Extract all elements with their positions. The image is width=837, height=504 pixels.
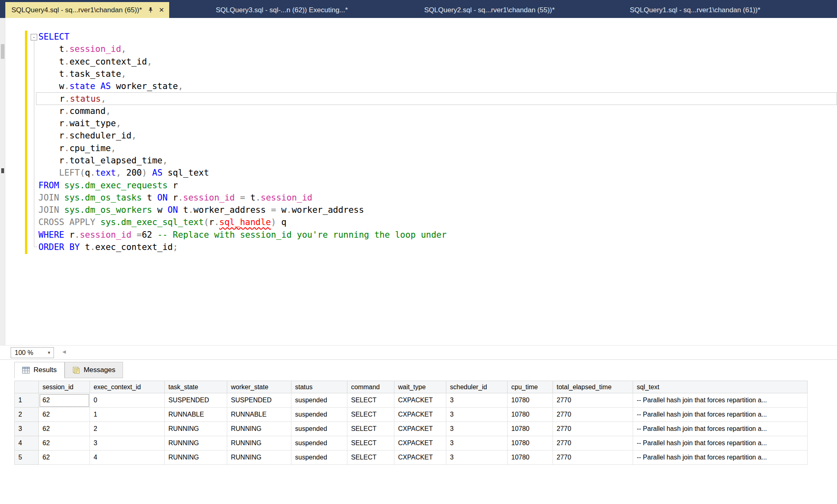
grid-cell[interactable]: CXPACKET — [394, 422, 446, 436]
grid-cell[interactable]: 62 — [39, 408, 90, 422]
grid-cell[interactable]: 0 — [90, 393, 165, 408]
grid-cell[interactable]: 10780 — [508, 422, 553, 436]
grid-cell[interactable]: 62 — [39, 450, 90, 465]
code-line-8[interactable]: r.wait_type, — [36, 117, 837, 129]
tab-sqlquery1[interactable]: SQLQuery1.sql - sq...rver1\chandan (61))… — [630, 2, 760, 18]
grid-cell[interactable]: 3 — [446, 450, 508, 465]
row-number[interactable]: 2 — [15, 408, 39, 422]
grid-cell[interactable]: -- Parallel hash join that forces repart… — [633, 393, 808, 408]
grid-cell[interactable]: SELECT — [347, 436, 394, 450]
grid-cell[interactable]: -- Parallel hash join that forces repart… — [633, 436, 808, 450]
grid-cell[interactable]: 2770 — [553, 436, 633, 450]
code-line-7[interactable]: r.command, — [36, 105, 837, 117]
code-line-13[interactable]: FROM sys.dm_exec_requests r — [36, 179, 837, 192]
code-line-4[interactable]: t.task_state, — [36, 68, 837, 80]
column-header-scheduler_id[interactable]: scheduler_id — [446, 381, 508, 393]
grid-cell[interactable]: suspended — [291, 450, 347, 465]
code-line-6[interactable]: r.status, — [36, 92, 837, 105]
grid-cell[interactable]: suspended — [291, 408, 347, 422]
grid-cell[interactable]: 3 — [446, 436, 508, 450]
column-header-task_state[interactable]: task_state — [165, 381, 227, 393]
close-icon[interactable]: ✕ — [159, 7, 164, 13]
grid-cell[interactable]: 10780 — [508, 393, 553, 408]
grid-cell[interactable]: RUNNABLE — [165, 408, 227, 422]
grid-cell[interactable]: 10780 — [508, 450, 553, 465]
code-line-10[interactable]: r.cpu_time, — [36, 142, 837, 154]
code-line-1[interactable]: SELECT — [36, 31, 837, 43]
column-header-exec_context_id[interactable]: exec_context_id — [90, 381, 165, 393]
code-line-2[interactable]: t.session_id, — [36, 43, 837, 55]
grid-corner[interactable] — [15, 381, 39, 393]
grid-cell[interactable]: 3 — [446, 393, 508, 408]
grid-cell[interactable]: CXPACKET — [394, 450, 446, 465]
grid-cell[interactable]: RUNNING — [165, 436, 227, 450]
code-line-9[interactable]: r.scheduler_id, — [36, 129, 837, 142]
grid-cell[interactable]: SELECT — [347, 408, 394, 422]
pin-icon[interactable] — [148, 7, 154, 13]
grid-cell[interactable]: RUNNABLE — [227, 408, 291, 422]
grid-cell[interactable]: SUSPENDED — [227, 393, 291, 408]
grid-cell[interactable]: 3 — [446, 408, 508, 422]
code-line-11[interactable]: r.total_elapsed_time, — [36, 154, 837, 167]
column-header-cpu_time[interactable]: cpu_time — [508, 381, 553, 393]
grid-cell[interactable]: -- Parallel hash join that forces repart… — [633, 422, 808, 436]
code-line-17[interactable]: WHERE r.session_id =62 -- Replace with s… — [36, 229, 837, 241]
column-header-wait_type[interactable]: wait_type — [394, 381, 446, 393]
grid-cell[interactable]: SELECT — [347, 450, 394, 465]
grid-cell[interactable]: -- Parallel hash join that forces repart… — [633, 450, 808, 465]
grid-cell[interactable]: SELECT — [347, 422, 394, 436]
grid-cell[interactable]: suspended — [291, 436, 347, 450]
code-line-15[interactable]: JOIN sys.dm_os_workers w ON t.worker_add… — [36, 204, 837, 216]
grid-cell[interactable]: 2770 — [553, 422, 633, 436]
grid-cell[interactable]: suspended — [291, 422, 347, 436]
grid-cell[interactable]: 3 — [90, 436, 165, 450]
grid-cell[interactable]: 62 — [39, 393, 90, 408]
column-header-worker_state[interactable]: worker_state — [227, 381, 291, 393]
grid-cell[interactable]: 10780 — [508, 436, 553, 450]
grid-cell[interactable]: CXPACKET — [394, 393, 446, 408]
grid-cell[interactable]: RUNNING — [165, 422, 227, 436]
column-header-command[interactable]: command — [347, 381, 394, 393]
grid-cell[interactable]: CXPACKET — [394, 436, 446, 450]
row-number[interactable]: 1 — [15, 393, 39, 408]
column-header-status[interactable]: status — [291, 381, 347, 393]
grid-cell[interactable]: SUSPENDED — [165, 393, 227, 408]
code-line-5[interactable]: w.state AS worker_state, — [36, 80, 837, 92]
grid-cell[interactable]: 2 — [90, 422, 165, 436]
code-line-14[interactable]: JOIN sys.dm_os_tasks t ON r.session_id =… — [36, 192, 837, 204]
grid-cell[interactable]: 3 — [446, 422, 508, 436]
tab-sqlquery2[interactable]: SQLQuery2.sql - sq...rver1\chandan (55))… — [424, 2, 555, 18]
grid-cell[interactable]: RUNNING — [227, 436, 291, 450]
grid-cell[interactable]: 10780 — [508, 408, 553, 422]
grid-cell[interactable]: RUNNING — [227, 450, 291, 465]
tab-messages[interactable]: Messages — [65, 362, 123, 378]
grid-cell[interactable]: RUNNING — [165, 450, 227, 465]
tab-sqlquery4[interactable]: SQLQuery4.sql - sq...rver1\chandan (65))… — [5, 2, 169, 18]
tab-results[interactable]: Results — [14, 362, 65, 378]
code-line-16[interactable]: CROSS APPLY sys.dm_exec_sql_text(r.sql_h… — [36, 216, 837, 228]
column-header-total_elapsed_time[interactable]: total_elapsed_time — [553, 381, 633, 393]
grid-cell[interactable]: -- Parallel hash join that forces repart… — [633, 408, 808, 422]
grid-cell[interactable]: RUNNING — [227, 422, 291, 436]
grid-cell[interactable]: 4 — [90, 450, 165, 465]
grid-cell[interactable]: 1 — [90, 408, 165, 422]
tab-sqlquery3[interactable]: SQLQuery3.sql - sql-...n (62)) Executing… — [216, 2, 348, 18]
grid-cell[interactable]: 2770 — [553, 393, 633, 408]
zoom-selector[interactable]: 100 % ▼ — [11, 347, 54, 358]
grid-cell[interactable]: suspended — [291, 393, 347, 408]
row-number[interactable]: 3 — [15, 422, 39, 436]
column-header-sql_text[interactable]: sql_text — [633, 381, 808, 393]
row-number[interactable]: 5 — [15, 450, 39, 465]
scroll-left-icon[interactable]: ◄ — [61, 349, 67, 355]
grid-cell[interactable]: 62 — [39, 436, 90, 450]
code-line-12[interactable]: LEFT(q.text, 200) AS sql_text — [36, 167, 837, 179]
grid-cell[interactable]: 2770 — [553, 408, 633, 422]
row-number[interactable]: 4 — [15, 436, 39, 450]
code-line-3[interactable]: t.exec_context_id, — [36, 56, 837, 68]
code-line-18[interactable]: ORDER BY t.exec_context_id; — [36, 241, 837, 253]
grid-cell[interactable]: 2770 — [553, 450, 633, 465]
grid-cell[interactable]: SELECT — [347, 393, 394, 408]
grid-cell[interactable]: CXPACKET — [394, 408, 446, 422]
grid-cell[interactable]: 62 — [39, 422, 90, 436]
column-header-session_id[interactable]: session_id — [39, 381, 90, 393]
